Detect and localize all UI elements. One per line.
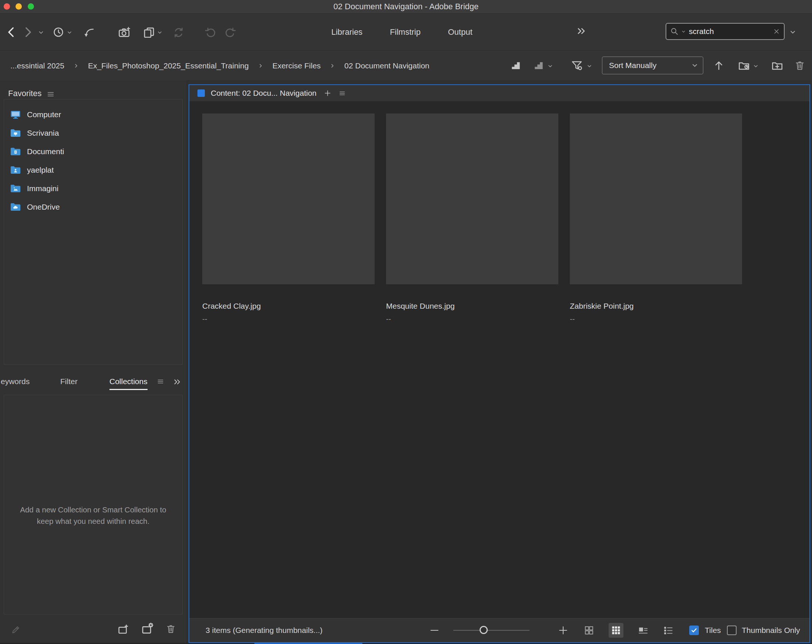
toolbar: Libraries Filmstrip Output	[0, 14, 812, 50]
recent-folders-chevron-icon[interactable]	[753, 63, 759, 69]
delete-trash-icon[interactable]	[794, 60, 805, 71]
path-bar: ...essintial 2025 Ex_Files_Photoshop_202…	[0, 50, 812, 81]
titlebar: 02 Document Navigation - Adobe Bridge	[0, 0, 812, 14]
file-thumbnail[interactable]	[202, 113, 375, 284]
file-thumbnail[interactable]	[570, 113, 742, 284]
content-tab-bar: Content: 02 Docu... Navigation	[189, 85, 809, 102]
undo-icon[interactable]	[204, 26, 217, 39]
navigation-chevron-down-icon[interactable]	[38, 29, 44, 36]
breadcrumb-separator-icon	[73, 63, 79, 69]
tab-filter[interactable]: Filter	[60, 377, 78, 386]
breadcrumb-item[interactable]: ...essintial 2025	[10, 61, 64, 70]
thumbnail-size-slider-handle[interactable]	[479, 626, 488, 634]
sort-dropdown[interactable]: Sort Manually	[602, 56, 703, 74]
filter-rating-chevron-icon[interactable]	[547, 63, 553, 69]
window-title: 02 Document Navigation - Adobe Bridge	[0, 0, 812, 13]
favorites-item-label: Documenti	[27, 147, 64, 156]
thumbnails-only-checkbox-label: Thumbnails Only	[742, 618, 800, 642]
collections-empty-message: Add a new Collection or Smart Collection…	[14, 504, 172, 527]
search-input[interactable]	[688, 27, 771, 36]
add-panel-icon[interactable]	[324, 90, 331, 97]
batch-rename-chevron-icon[interactable]	[157, 30, 163, 35]
thumbnails-only-checkbox[interactable]	[727, 626, 737, 635]
favorites-item-documenti[interactable]: Documenti	[4, 142, 182, 161]
workspace-tab-output[interactable]: Output	[448, 27, 472, 37]
get-photos-from-camera-icon[interactable]	[118, 26, 131, 39]
recent-files-chevron-icon[interactable]	[67, 30, 72, 35]
favorites-item-onedrive[interactable]: OneDrive	[4, 198, 182, 216]
favorites-item-label: Computer	[27, 110, 61, 119]
tab-keywords[interactable]: eywords	[1, 377, 30, 386]
sort-dropdown-label: Sort Manually	[609, 57, 656, 74]
workspace-switcher: Libraries Filmstrip Output	[331, 14, 473, 50]
favorites-item-yaelplat[interactable]: yaelplat	[4, 161, 182, 179]
recent-files-icon[interactable]	[52, 26, 64, 38]
favorites-item-label: yaelplat	[27, 166, 53, 174]
content-panel: Content: 02 Docu... Navigation Cracked C…	[189, 84, 810, 643]
content-panel-accent-icon	[197, 90, 205, 97]
file-thumbnail[interactable]	[386, 113, 558, 284]
sidebar: Favorites Computer Scrivania Do	[0, 81, 187, 644]
file-meta: --	[202, 315, 207, 324]
favorites-item-computer[interactable]: Computer	[4, 105, 182, 124]
search-icon	[670, 27, 679, 36]
workspace-tab-filmstrip[interactable]: Filmstrip	[390, 27, 420, 37]
tiles-checkbox[interactable]	[689, 626, 699, 635]
favorites-item-scrivania[interactable]: Scrivania	[4, 124, 182, 142]
delete-collection-trash-icon[interactable]	[166, 623, 176, 634]
favorites-panel-title: Favorites	[8, 89, 41, 98]
edit-collection-pencil-icon[interactable]	[11, 625, 21, 634]
breadcrumb-item[interactable]: Ex_Files_Photoshop_2025_Essential_Traini…	[88, 61, 249, 70]
view-grid-lock-icon[interactable]	[583, 625, 595, 636]
new-collection-icon[interactable]	[117, 623, 130, 635]
filter-funnel-chevron-icon[interactable]	[586, 63, 592, 69]
collections-panel-menu-icon[interactable]	[157, 378, 164, 385]
back-button[interactable]	[5, 26, 18, 38]
sort-ascending-icon[interactable]	[713, 60, 725, 71]
filter-rating-alt-icon[interactable]	[533, 60, 544, 71]
thumbnail-size-slider-track[interactable]	[453, 630, 530, 631]
content-status-bar: 3 items (Generating thumbnails...)	[189, 618, 809, 642]
content-tab-title[interactable]: Content: 02 Docu... Navigation	[211, 85, 316, 101]
breadcrumb-separator-icon	[330, 63, 335, 69]
search-scope-chevron-icon[interactable]	[681, 29, 686, 34]
return-to-app-icon[interactable]	[84, 26, 95, 38]
collections-panel: Add a new Collection or Smart Collection…	[4, 395, 183, 614]
zoom-in-icon[interactable]	[558, 626, 568, 635]
redo-icon[interactable]	[224, 26, 237, 39]
search-clear-icon[interactable]	[773, 28, 780, 35]
new-folder-icon[interactable]	[771, 60, 784, 72]
search-dropdown-chevron-icon[interactable]	[789, 29, 797, 36]
filter-rating-icon[interactable]	[510, 60, 521, 71]
lower-panel-overflow-icon[interactable]	[172, 377, 182, 387]
folder-onedrive-icon	[10, 202, 21, 212]
workspace-tab-libraries[interactable]: Libraries	[331, 27, 362, 37]
folder-user-icon	[10, 165, 21, 175]
sort-dropdown-chevron-icon	[691, 62, 699, 69]
breadcrumb-item[interactable]: 02 Document Navigation	[344, 61, 429, 70]
zoom-out-icon[interactable]	[430, 628, 439, 633]
batch-rename-icon[interactable]	[143, 26, 155, 39]
favorites-panel-menu-icon[interactable]	[47, 90, 55, 98]
new-smart-collection-icon[interactable]	[140, 623, 154, 635]
view-details-icon[interactable]	[638, 625, 649, 636]
view-thumbnail-grid-icon[interactable]	[609, 623, 623, 638]
view-list-icon[interactable]	[662, 625, 674, 636]
folder-documents-icon	[10, 147, 21, 156]
favorites-item-immagini[interactable]: Immagini	[4, 179, 182, 198]
workspace-overflow-icon[interactable]	[575, 25, 587, 37]
favorites-panel: Computer Scrivania Documenti yaelplat	[4, 99, 183, 365]
forward-button[interactable]	[21, 26, 34, 38]
tab-collections[interactable]: Collections	[110, 377, 148, 390]
file-meta: --	[386, 315, 391, 324]
tiles-checkbox-label: Tiles	[705, 618, 721, 642]
breadcrumb-item[interactable]: Exercise Files	[273, 61, 321, 70]
adobe-bridge-window: 02 Document Navigation - Adobe Bridge	[0, 0, 812, 644]
computer-icon	[10, 110, 21, 119]
lower-panel-tabs: eywords Filter Collections	[0, 374, 187, 391]
filter-funnel-icon[interactable]	[571, 60, 583, 71]
status-text: 3 items (Generating thumbnails...)	[206, 618, 322, 642]
content-panel-menu-icon[interactable]	[339, 90, 346, 97]
refresh-icon[interactable]	[172, 26, 185, 39]
recent-folders-icon[interactable]	[737, 60, 751, 72]
